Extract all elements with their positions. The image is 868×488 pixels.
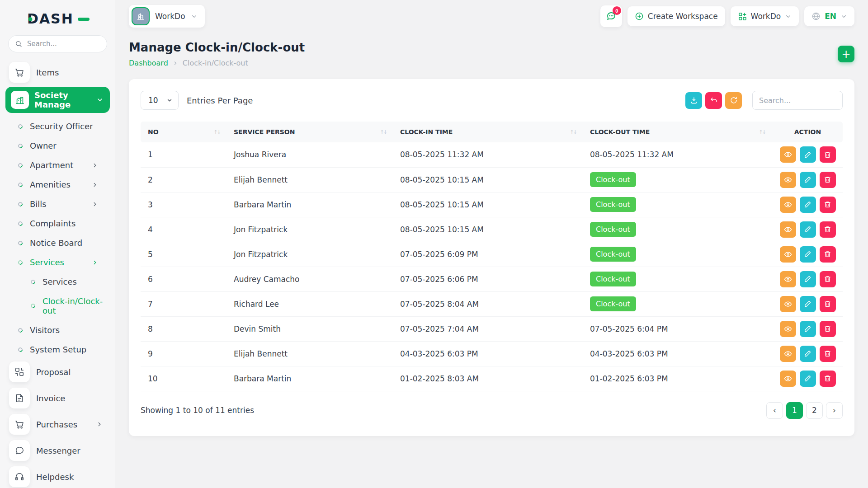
sidebar-item-items[interactable]: Items [5, 60, 110, 85]
delete-button[interactable] [820, 197, 836, 213]
export-button[interactable] [685, 92, 702, 109]
breadcrumb-dashboard-link[interactable]: Dashboard [129, 59, 168, 67]
create-workspace-button[interactable]: Create Workspace [627, 6, 725, 26]
sidebar-item-purchases[interactable]: Purchases [5, 412, 110, 437]
entries-per-page-label: Entries Per Page [187, 96, 253, 105]
sidebar-item-apartment[interactable]: Apartment [5, 155, 110, 175]
swap-boxes-icon [9, 361, 30, 382]
sidebar-item-helpdesk[interactable]: Helpdesk [5, 464, 110, 488]
chevron-down-icon [785, 13, 792, 20]
cell-service-person: Barbara Martin [226, 366, 393, 391]
edit-button[interactable] [800, 221, 816, 238]
cell-service-person: Joshua Rivera [226, 142, 393, 167]
view-button[interactable] [780, 172, 796, 188]
column-header-service-person[interactable]: SERVICE PERSON↑↓ [226, 122, 393, 142]
workspace-switcher[interactable]: WorkDo [129, 5, 205, 28]
view-button[interactable] [780, 321, 796, 337]
sidebar-item-clock-in-clock-out[interactable]: Clock-in/Clock-out [5, 291, 110, 320]
sidebar-item-owner[interactable]: Owner [5, 136, 110, 155]
edit-button[interactable] [800, 296, 816, 312]
sort-icon[interactable]: ↑↓ [214, 129, 220, 135]
delete-button[interactable] [820, 221, 836, 238]
table-row: 1Joshua Rivera08-05-2025 11:32 AM08-05-2… [141, 142, 843, 167]
sidebar-item-complaints[interactable]: Complaints [5, 214, 110, 233]
sidebar-item-messenger[interactable]: Messenger [5, 438, 110, 463]
view-button[interactable] [780, 271, 796, 287]
view-button[interactable] [780, 246, 796, 263]
sidebar-item-proposal[interactable]: Proposal [5, 359, 110, 385]
column-header-clock-out[interactable]: CLOCK-OUT TIME↑↓ [583, 122, 772, 142]
cell-no: 4 [141, 217, 226, 242]
sort-icon[interactable]: ↑↓ [570, 129, 576, 135]
sidebar-item-services[interactable]: Services [5, 253, 110, 272]
view-button[interactable] [780, 221, 796, 238]
edit-button[interactable] [800, 146, 816, 163]
sidebar-item-system-setup[interactable]: System Setup [5, 340, 110, 359]
view-button[interactable] [780, 197, 796, 213]
sidebar-item-amenities[interactable]: Amenities [5, 175, 110, 194]
pagination-prev-button[interactable]: ‹ [766, 402, 783, 419]
pagination-page-1[interactable]: 1 [786, 402, 803, 419]
add-record-button[interactable]: + [838, 46, 854, 62]
delete-button[interactable] [820, 271, 836, 287]
refresh-button[interactable] [725, 92, 742, 109]
sort-icon[interactable]: ↑↓ [380, 129, 387, 135]
table-header-row: NO↑↓ SERVICE PERSON↑↓ CLOCK-IN TIME↑↓ CL… [141, 122, 843, 142]
reset-button[interactable] [705, 92, 722, 109]
chevron-right-icon [92, 201, 98, 207]
document-icon [9, 388, 30, 408]
cell-clock-in-time: 07-05-2025 6:09 PM [393, 242, 583, 267]
delete-button[interactable] [820, 371, 836, 387]
sidebar-item-notice-board[interactable]: Notice Board [5, 233, 110, 253]
table-row: 5Jon Fitzpatrick07-05-2025 6:09 PMClock-… [141, 242, 843, 267]
table-footer: Showing 1 to 10 of 11 entries ‹ 1 2 › [141, 402, 843, 419]
edit-button[interactable] [800, 271, 816, 287]
plus-icon: + [841, 49, 850, 60]
delete-button[interactable] [820, 246, 836, 263]
sidebar-search[interactable] [8, 35, 107, 52]
delete-button[interactable] [820, 321, 836, 337]
workdo-menu-button[interactable]: WorkDo [731, 6, 799, 26]
sort-icon[interactable]: ↑↓ [759, 129, 765, 135]
sidebar-item-invoice[interactable]: Invoice [5, 385, 110, 411]
sidebar-item-bills[interactable]: Bills [5, 194, 110, 214]
trash-icon [824, 250, 831, 258]
globe-icon [811, 12, 821, 21]
dot-icon [17, 123, 24, 129]
edit-button[interactable] [800, 172, 816, 188]
language-selector[interactable]: EN [804, 6, 854, 26]
view-button[interactable] [780, 346, 796, 362]
cell-clock-out-time: 04-03-2025 6:03 PM [583, 341, 772, 366]
edit-button[interactable] [800, 346, 816, 362]
clock-out-badge: Clock-out [590, 197, 636, 212]
pagination-page-2[interactable]: 2 [806, 402, 823, 419]
delete-button[interactable] [820, 346, 836, 362]
dot-icon [30, 303, 36, 309]
workspace-avatar-building-icon [132, 7, 150, 25]
sidebar-item-visitors[interactable]: Visitors [5, 320, 110, 340]
sidebar-item-services-child[interactable]: Services [5, 272, 110, 291]
dot-icon [17, 162, 24, 168]
column-header-clock-in[interactable]: CLOCK-IN TIME↑↓ [393, 122, 583, 142]
edit-button[interactable] [800, 197, 816, 213]
entries-per-page-select[interactable]: 10 [141, 91, 179, 110]
view-button[interactable] [780, 371, 796, 387]
view-button[interactable] [780, 146, 796, 163]
column-header-no[interactable]: NO↑↓ [141, 122, 226, 142]
clock-out-badge: Clock-out [590, 247, 636, 262]
sidebar-item-security-officer[interactable]: Security Officer [5, 117, 110, 136]
cell-service-person: Devin Smith [226, 316, 393, 341]
messages-button[interactable]: 0 [600, 5, 622, 27]
edit-button[interactable] [800, 371, 816, 387]
delete-button[interactable] [820, 172, 836, 188]
table-search-input[interactable] [752, 91, 843, 110]
delete-button[interactable] [820, 146, 836, 163]
view-button[interactable] [780, 296, 796, 312]
edit-button[interactable] [800, 246, 816, 263]
dot-icon [17, 201, 24, 207]
edit-button[interactable] [800, 321, 816, 337]
sidebar-item-society-manage[interactable]: Society Manage [5, 87, 110, 113]
pagination-next-button[interactable]: › [826, 402, 843, 419]
delete-button[interactable] [820, 296, 836, 312]
sidebar-search-input[interactable] [26, 39, 94, 48]
